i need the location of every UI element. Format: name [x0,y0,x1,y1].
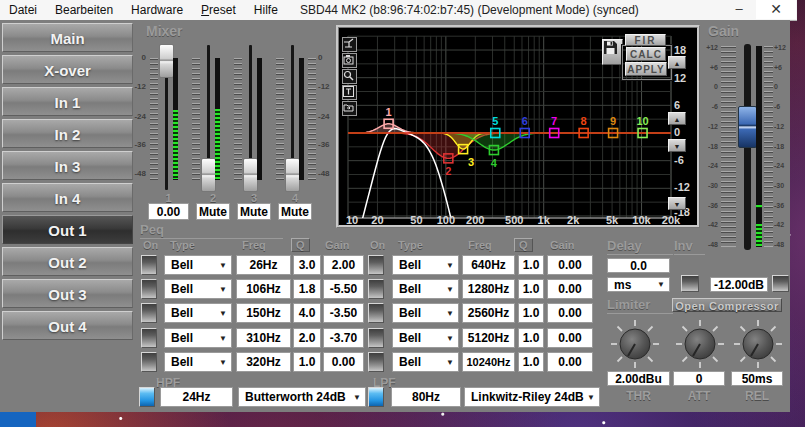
mixer-mute-button-4[interactable]: Mute [278,203,312,220]
peq-freq-field[interactable]: 106Hz [236,279,291,299]
mixer-fader-handle-2[interactable] [201,158,216,192]
peq-gain-field[interactable]: -5.50 [323,279,364,299]
peq-type-select[interactable]: Bell▼ [164,279,232,299]
peq-gain-field[interactable]: 0.00 [547,352,593,372]
menu-datei[interactable]: Datei [0,0,46,20]
peq-q-field[interactable]: 1.0 [518,328,544,348]
scale-down-button[interactable]: ▼ [668,197,686,210]
minimize-button[interactable]: – [722,0,756,19]
peq-gain-field[interactable]: -3.70 [323,328,364,348]
shift-down-button[interactable]: ▼ [668,139,686,152]
apply-button[interactable]: APPLY [625,62,667,76]
mixer-fader-handle-3[interactable] [243,158,258,192]
att-knob[interactable] [675,319,725,369]
rel-value-display[interactable]: 50ms [731,371,783,386]
zoom-icon[interactable] [342,69,357,84]
peq-freq-field[interactable]: 310Hz [236,328,291,348]
delay-unit-select[interactable]: ms▼ [607,277,670,292]
peq-gain-field[interactable]: -3.50 [323,303,364,323]
peq-freq-field[interactable]: 320Hz [236,352,291,372]
camera-icon[interactable] [342,53,357,68]
peq-freq-field[interactable]: 10240Hz [462,352,515,372]
thr-value-display[interactable]: 2.00dBu [607,371,670,386]
hpf-toggle[interactable] [139,387,155,407]
open-folder-icon[interactable] [342,101,357,116]
sidebar-item-out4[interactable]: Out 4 [2,311,133,340]
hpf-freq-field[interactable]: 24Hz [160,387,233,407]
att-value-display[interactable]: 0 [673,371,725,386]
sidebar-item-in4[interactable]: In 4 [2,183,133,212]
open-compressor-button[interactable]: Open Compressor [672,298,782,312]
peq-freq-field[interactable]: 150Hz [236,303,291,323]
peq-on-toggle[interactable] [141,303,157,323]
peq-type-select[interactable]: Bell▼ [164,303,232,323]
lpf-type-select[interactable]: Linkwitz-Riley 24dB▼ [464,387,600,407]
peq-on-toggle[interactable] [141,328,157,348]
peq-freq-field[interactable]: 26Hz [236,255,291,275]
peq-freq-field[interactable]: 5120Hz [462,328,515,348]
peq-type-select[interactable]: Bell▼ [164,352,232,372]
out-gain-display[interactable]: -12.00dB [710,277,768,292]
thr-knob[interactable] [610,319,660,369]
peq-freq-field[interactable]: 640Hz [462,255,515,275]
sidebar-item-main[interactable]: Main [2,23,133,52]
peq-q-field[interactable]: 1.0 [518,352,544,372]
peq-type-select[interactable]: Bell▼ [392,279,459,299]
peq-q-field[interactable]: 1.8 [293,279,321,299]
peq-q-field[interactable]: 1.0 [518,255,544,275]
inv-toggle[interactable] [681,275,699,292]
sidebar-item-xover[interactable]: X-over [2,55,133,84]
sidebar-item-out3[interactable]: Out 3 [2,279,133,308]
peq-freq-field[interactable]: 2560Hz [462,303,515,323]
peq-q-field[interactable]: 1.0 [518,303,544,323]
peq-q-field[interactable]: 1.0 [293,352,321,372]
peq-q-field[interactable]: 1.0 [518,279,544,299]
peq-q-field[interactable]: 4.0 [293,303,321,323]
menu-hardware[interactable]: Hardware [122,0,192,20]
text-icon[interactable] [342,85,357,100]
peq-type-select[interactable]: Bell▼ [392,328,459,348]
mixer-fader-handle-4[interactable] [285,158,300,192]
hpf-type-select[interactable]: Butterworth 24dB▼ [238,387,366,407]
save-icon[interactable] [602,39,623,65]
out-gain-toggle[interactable] [772,275,789,292]
peq-on-toggle[interactable] [368,279,384,299]
sidebar-item-out2[interactable]: Out 2 [2,247,133,276]
peq-freq-field[interactable]: 1280Hz [462,279,515,299]
eq-graph[interactable]: 123456789101020501002005001k2k5k10k20k F… [336,25,700,228]
sidebar-item-in1[interactable]: In 1 [2,87,133,116]
close-button[interactable]: ✕ [756,0,796,19]
sidebar-item-in2[interactable]: In 2 [2,119,133,148]
mixer-mute-button-3[interactable]: Mute [237,203,271,220]
peq-q-field[interactable]: 3.0 [293,255,321,275]
gain-fader-handle[interactable] [738,106,757,148]
peq-q-field[interactable]: 2.0 [293,328,321,348]
peq-gain-field[interactable]: 2.00 [323,255,364,275]
peq-gain-field[interactable]: 0.00 [547,279,593,299]
delay-value-field[interactable]: 0.0 [607,258,670,273]
mixer-gain-display-1[interactable]: 0.00 [148,203,189,220]
peq-on-toggle[interactable] [368,303,384,323]
exit-fullscreen-icon[interactable] [342,37,357,52]
peq-on-toggle[interactable] [368,255,384,275]
scale-up-button[interactable]: ▲ [668,56,686,69]
peq-gain-field[interactable]: 0.00 [547,255,593,275]
fir-button[interactable]: FIR [625,34,666,46]
sidebar-item-out1[interactable]: Out 1 [2,215,133,244]
peq-type-select[interactable]: Bell▼ [392,352,459,372]
shift-up-button[interactable]: ▲ [668,112,686,125]
menu-bearbeiten[interactable]: Bearbeiten [46,0,122,20]
mixer-mute-button-2[interactable]: Mute [196,203,230,220]
menu-preset[interactable]: Preset [192,0,245,20]
mixer-fader-handle-1[interactable] [159,44,174,78]
peq-gain-field[interactable]: 0.00 [547,328,593,348]
peq-type-select[interactable]: Bell▼ [164,328,232,348]
lpf-freq-field[interactable]: 80Hz [391,387,461,407]
peq-on-toggle[interactable] [141,255,157,275]
peq-on-toggle[interactable] [368,328,384,348]
peq-on-toggle[interactable] [141,352,157,372]
sidebar-item-in3[interactable]: In 3 [2,151,133,180]
peq-on-toggle[interactable] [141,279,157,299]
lpf-toggle[interactable] [368,387,384,407]
peq-type-select[interactable]: Bell▼ [392,303,459,323]
